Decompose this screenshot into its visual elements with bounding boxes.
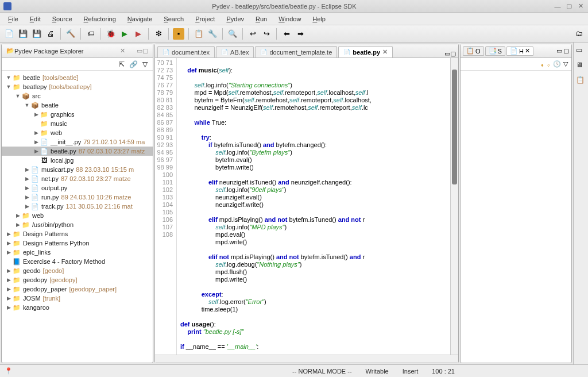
tree-item[interactable]: ▶📁graphics	[2, 110, 153, 119]
tree-arrow-icon[interactable]: ▶	[33, 139, 40, 145]
horizontal-scrollbar[interactable]	[155, 355, 458, 363]
tree-arrow-icon[interactable]: ▶	[5, 240, 12, 246]
tree-item[interactable]: ▶📁Design Patterns	[2, 229, 153, 238]
editor-tab[interactable]: 📄document_template.te	[255, 46, 337, 57]
tree-item[interactable]: ▶📄beatle.py87 02.03.10 23:27 matz	[2, 147, 153, 156]
tree-item[interactable]: ▶📄net.py87 02.03.10 23:27 matze	[2, 174, 153, 183]
hierarchy-icon[interactable]: ⬧	[540, 61, 544, 68]
editor-tab[interactable]: 📄AB.tex	[216, 46, 254, 57]
next-annotation-icon[interactable]: ↪	[261, 28, 272, 40]
editor-tab[interactable]: 📄beatle.py✕	[338, 46, 393, 57]
menu-navigate[interactable]: Navigate	[122, 14, 158, 24]
close-view-icon[interactable]: ✕	[120, 47, 125, 55]
tree-arrow-icon[interactable]: ▶	[24, 167, 30, 172]
tree-item[interactable]: ▼📁beatlepy[tools/beatlepy]	[2, 82, 153, 91]
close-button[interactable]: ✕	[577, 2, 585, 10]
tree-item[interactable]: ▶📁geodo[geodo]	[2, 266, 153, 275]
restore-icon[interactable]: ▭	[576, 46, 586, 56]
tree-item[interactable]: ▼📦beatle	[2, 101, 153, 110]
stop-icon[interactable]: ▪	[173, 28, 184, 40]
tree-arrow-icon[interactable]: ▶	[5, 277, 12, 283]
menu-edit[interactable]: Edit	[24, 14, 47, 24]
forward-icon[interactable]: ➡	[295, 28, 306, 40]
maximize-button[interactable]: ▢	[565, 2, 573, 10]
run-ext-icon[interactable]: ▶	[133, 28, 144, 40]
menu-project[interactable]: Project	[189, 14, 220, 24]
minimize-button[interactable]: —	[554, 2, 562, 10]
tree-item[interactable]: ▶📁geodopy[geodopy]	[2, 275, 153, 284]
code-area[interactable]: def music(self): self.log.info("Starting…	[177, 58, 458, 355]
menu-window[interactable]: Window	[273, 14, 307, 24]
print-icon[interactable]: 🖨	[45, 28, 56, 40]
tree-arrow-icon[interactable]: ▶	[24, 203, 30, 209]
tree-arrow-icon[interactable]: ▶	[24, 185, 30, 191]
tree-item[interactable]: ▶📁geodopy_paper[geodopy_paper]	[2, 284, 153, 294]
tree-item[interactable]: ▶📁Design Patterns Python	[2, 238, 153, 248]
tree-arrow-icon[interactable]: ▶	[14, 213, 21, 218]
tree-item[interactable]: ▶📄run.py89 24.03.10 10:26 matze	[2, 193, 153, 202]
tree-arrow-icon[interactable]: ▶	[33, 130, 40, 136]
tree-item[interactable]: ▶📁web	[2, 128, 153, 137]
collapse-all-icon[interactable]: ⇱	[117, 60, 126, 69]
tree-item[interactable]: ▶📄track.py131 30.05.10 21:16 mat	[2, 202, 153, 211]
tree-arrow-icon[interactable]: ▶	[5, 268, 12, 274]
manage-icon[interactable]: 📋	[193, 28, 204, 40]
menu-run[interactable]: Run	[250, 14, 273, 24]
tree-arrow-icon[interactable]: ▶	[33, 111, 40, 117]
right-tab[interactable]: 📋O	[463, 46, 484, 56]
filter-icon[interactable]: 🔧	[207, 28, 218, 40]
tree-item[interactable]: 📘Excercise 4 - Factory Method	[2, 257, 153, 266]
close-tab-icon[interactable]: ✕	[525, 47, 530, 55]
search-icon[interactable]: 🔍	[227, 28, 238, 40]
menu-file[interactable]: File	[2, 14, 24, 24]
tree-arrow-icon[interactable]: ▶	[24, 194, 30, 200]
menu-source[interactable]: Source	[47, 14, 78, 24]
new-icon[interactable]: 📄	[3, 28, 15, 40]
editor-tab[interactable]: 📄document.tex	[157, 46, 215, 57]
right-tab[interactable]: 📄H ✕	[506, 46, 533, 56]
prev-annotation-icon[interactable]: ↩	[247, 28, 258, 40]
tree-arrow-icon[interactable]: ▼	[24, 102, 30, 108]
tree-item[interactable]: ▶📁JOSM[trunk]	[2, 294, 153, 303]
tree-item[interactable]: 📁music	[2, 119, 153, 128]
right-view-menu-icon[interactable]: ▽	[563, 60, 568, 68]
save-icon[interactable]: 💾	[17, 28, 29, 40]
menu-search[interactable]: Search	[158, 14, 189, 24]
history-icon[interactable]: 🕓	[553, 60, 561, 68]
tree-item[interactable]: ▶📁kangaroo	[2, 303, 153, 312]
close-tab-icon[interactable]: ✕	[382, 48, 388, 56]
debug-icon[interactable]: 🐞	[105, 28, 117, 40]
tree-item[interactable]: ▼📦src	[2, 91, 153, 101]
save-all-icon[interactable]: 💾	[31, 28, 42, 40]
view-menu-icon[interactable]: ▽	[140, 60, 149, 69]
tree-arrow-icon[interactable]: ▶	[5, 249, 12, 255]
tree-arrow-icon[interactable]: ▼	[5, 75, 12, 80]
minimize-editor-icon[interactable]: ▭	[444, 50, 450, 57]
link-editor-icon[interactable]: 🔗	[129, 60, 138, 69]
maximize-view-icon[interactable]: ▢	[142, 47, 148, 55]
tree-arrow-icon[interactable]: ▶	[14, 222, 21, 228]
tree-item[interactable]: ▶📁/usr/bin/python	[2, 220, 153, 229]
tree-item[interactable]: ▶📄musicart.py88 23.03.10 15:15 m	[2, 165, 153, 174]
maximize-editor-icon[interactable]: ▢	[450, 50, 456, 57]
menu-pydev[interactable]: Pydev	[220, 14, 250, 24]
tree-item[interactable]: ▼📁beatle[tools/beatle]	[2, 73, 153, 82]
tag-icon[interactable]: 🏷	[85, 28, 96, 40]
package-tree[interactable]: ▼📁beatle[tools/beatle]▼📁beatlepy[tools/b…	[2, 71, 153, 363]
vertical-scrollbar[interactable]	[450, 58, 458, 355]
maximize-right-icon[interactable]: ▢	[563, 47, 569, 55]
menu-refactoring[interactable]: Refactoring	[78, 14, 122, 24]
tree-item[interactable]: 🖼local.jpg	[2, 156, 153, 165]
tree-arrow-icon[interactable]: ▶	[5, 286, 12, 292]
tree-arrow-icon[interactable]: ▶	[5, 231, 12, 237]
console-icon[interactable]: 🖥	[576, 61, 586, 71]
run-icon[interactable]: ▶	[119, 28, 130, 40]
tasks-icon[interactable]: 📋	[576, 76, 586, 86]
perspective-icon[interactable]: 🗂	[573, 28, 585, 40]
tree-arrow-icon[interactable]: ▶	[5, 305, 12, 310]
tree-item[interactable]: ▶📄__init__.py79 21.02.10 14:59 ma	[2, 137, 153, 147]
tree-item[interactable]: ▶📁epic_links	[2, 248, 153, 257]
tree-item[interactable]: ▶📄output.py	[2, 183, 153, 193]
right-tab[interactable]: 📑S	[485, 46, 505, 56]
tree-arrow-icon[interactable]: ▶	[33, 148, 40, 154]
